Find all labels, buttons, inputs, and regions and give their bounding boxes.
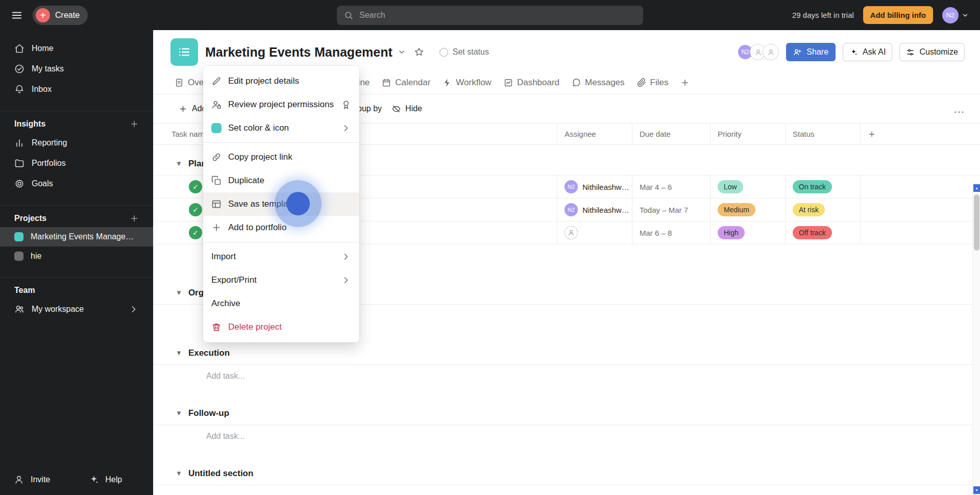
due-date-cell[interactable]: Mar 4 – 6 (632, 176, 710, 198)
chevron-right-icon (341, 275, 351, 285)
project-title-menu-button[interactable]: Marketing Events Management (205, 45, 406, 60)
workflow-bolt-icon (443, 78, 452, 87)
priority-cell[interactable]: Low (710, 176, 785, 198)
customize-button[interactable]: Customize (899, 43, 965, 61)
section-header[interactable]: ▼ Follow-up (153, 402, 980, 425)
column-header-status[interactable]: Status (785, 123, 860, 144)
collapse-caret-icon[interactable]: ▼ (176, 469, 182, 477)
tab-messages[interactable]: Messages (567, 73, 629, 92)
add-task-row[interactable]: Add task... (153, 425, 980, 448)
add-tab-button[interactable] (675, 74, 695, 91)
menu-item-add-to-portfolio[interactable]: Add to portfolio (203, 216, 359, 239)
sidebar-item-goals[interactable]: Goals (0, 174, 153, 194)
collapse-caret-icon[interactable]: ▼ (176, 349, 182, 357)
menu-item-review-permissions[interactable]: Review project permissions (203, 93, 359, 116)
menu-item-save-as-template[interactable]: Save as template (203, 192, 359, 216)
sidebar-item-reporting[interactable]: Reporting (0, 133, 153, 153)
column-header-priority[interactable]: Priority (710, 123, 785, 144)
status-cell[interactable]: At risk (785, 199, 860, 221)
menu-item-duplicate[interactable]: Duplicate (203, 169, 359, 192)
menu-item-edit-project-details[interactable]: Edit project details (203, 69, 359, 93)
due-date-cell[interactable]: Today – Mar 7 (632, 199, 710, 221)
scrollbar-thumb[interactable] (974, 194, 979, 251)
menu-item-label: Export/Print (211, 275, 257, 285)
collapse-caret-icon[interactable]: ▼ (176, 409, 182, 417)
page-title: Marketing Events Management (205, 45, 393, 60)
set-status-button[interactable]: Set status (439, 47, 489, 57)
invite-button[interactable]: Invite (14, 475, 50, 485)
collapse-caret-icon[interactable]: ▼ (176, 160, 182, 167)
section-header[interactable]: ▼ Untitled section (153, 462, 980, 485)
sidebar-toggle-button[interactable] (11, 10, 22, 21)
due-date-cell[interactable]: Mar 6 – 8 (632, 221, 710, 244)
tab-files[interactable]: Files (632, 73, 674, 92)
help-button[interactable]: Help (89, 475, 122, 485)
sidebar-item-home[interactable]: Home (0, 38, 153, 59)
menu-item-set-color-icon[interactable]: Set color & icon (203, 116, 359, 140)
paperclip-icon (637, 78, 646, 87)
column-header-assignee[interactable]: Assignee (557, 123, 632, 144)
status-circle-icon (439, 48, 448, 57)
check-circle-icon (14, 64, 24, 74)
sidebar-item-my-workspace[interactable]: My workspace (0, 299, 153, 319)
project-icon[interactable] (170, 38, 198, 66)
sidebar: Home My tasks Inbox Insights Reporting (0, 30, 153, 495)
tab-workflow[interactable]: Workflow (437, 73, 497, 92)
menu-item-import[interactable]: Import (203, 245, 359, 268)
sidebar-item-inbox[interactable]: Inbox (0, 79, 153, 100)
ask-ai-button[interactable]: Ask AI (843, 43, 892, 61)
tab-label: Workflow (456, 78, 492, 88)
section-header[interactable]: ▼ Execution (153, 341, 980, 365)
tab-dashboard[interactable]: Dashboard (499, 73, 565, 92)
add-task-row[interactable]: Add task... (153, 365, 980, 387)
status-cell[interactable]: Off track (785, 221, 860, 244)
hide-button[interactable]: Hide (387, 101, 427, 116)
sidebar-item-label: hie (31, 252, 41, 261)
priority-cell[interactable]: High (710, 221, 785, 244)
premium-badge-icon (341, 100, 351, 110)
sidebar-item-my-tasks[interactable]: My tasks (0, 59, 153, 79)
scroll-up-arrow[interactable]: ▲ (973, 184, 980, 192)
sliders-icon (906, 48, 915, 57)
collapse-caret-icon[interactable]: ▼ (176, 289, 182, 296)
plus-icon: + (36, 8, 50, 22)
task-complete-check[interactable]: ✓ (189, 226, 202, 239)
assignee-cell[interactable]: N2 Nithileashwa... (557, 176, 632, 198)
column-header-due-date[interactable]: Due date (632, 123, 710, 144)
assignee-cell[interactable] (557, 221, 632, 244)
sidebar-item-portfolios[interactable]: Portfolios (0, 153, 153, 174)
task-complete-check[interactable]: ✓ (189, 180, 202, 193)
menu-item-copy-project-link[interactable]: Copy project link (203, 145, 359, 169)
create-label: Create (55, 11, 80, 20)
menu-item-archive[interactable]: Archive (203, 292, 359, 315)
invite-label: Invite (31, 475, 50, 484)
chart-icon (504, 78, 513, 87)
menu-item-export-print[interactable]: Export/Print (203, 268, 359, 292)
global-search-input[interactable]: Search (337, 6, 643, 25)
more-options-button[interactable]: … (953, 106, 966, 112)
assignee-cell[interactable]: N2 Nithileashwa... (557, 199, 632, 221)
create-button[interactable]: + Create (33, 6, 88, 25)
sidebar-item-project-marketing-events[interactable]: Marketing Events Management (0, 227, 153, 246)
priority-cell[interactable]: Medium (710, 199, 785, 221)
scroll-down-arrow[interactable]: ▼ (973, 486, 980, 494)
favorite-button[interactable] (414, 47, 424, 57)
member-avatars[interactable]: N2 (737, 44, 779, 60)
add-project-button[interactable] (130, 214, 139, 223)
share-button[interactable]: Share (786, 43, 836, 61)
add-column-button[interactable] (860, 123, 980, 144)
task-complete-check[interactable]: ✓ (189, 203, 202, 216)
assignee-avatar: N2 (565, 203, 578, 216)
add-insight-button[interactable] (130, 119, 139, 129)
sidebar-item-label: My tasks (32, 64, 64, 73)
menu-item-delete-project[interactable]: Delete project (203, 315, 359, 339)
menu-item-label: Save as template (228, 199, 295, 209)
vertical-scrollbar[interactable]: ▲ ▼ (972, 183, 980, 495)
user-menu[interactable]: N2 (942, 7, 969, 23)
sidebar-item-project-hie[interactable]: hie (0, 246, 153, 266)
plus-icon (211, 222, 222, 233)
add-billing-button[interactable]: Add billing info (863, 6, 933, 24)
status-cell[interactable]: On track (785, 176, 860, 198)
tab-calendar[interactable]: Calendar (377, 73, 435, 92)
assignee-avatar: N2 (565, 180, 578, 193)
